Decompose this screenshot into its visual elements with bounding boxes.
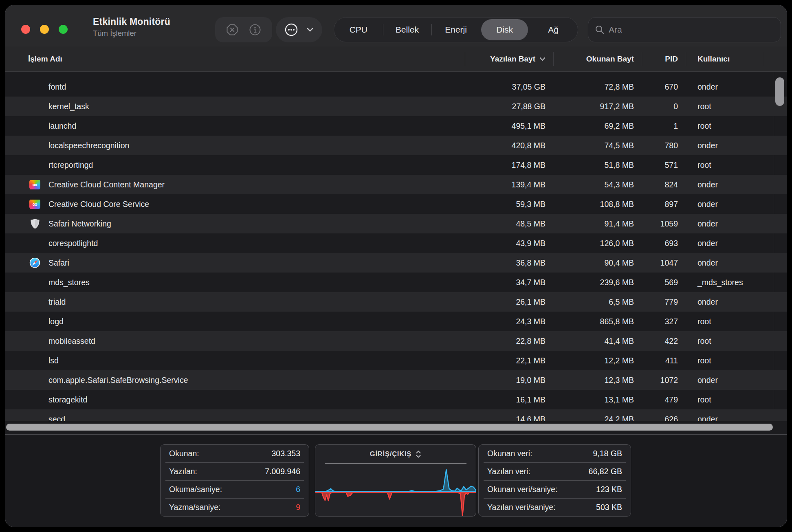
tab-enerji[interactable]: Enerji — [431, 18, 480, 42]
table-header: İşlem Adı Yazılan Bayt Okunan Bayt PID K… — [5, 46, 787, 72]
bytes-read-cell: 12,2 MB — [554, 356, 642, 365]
stat-label: Okunan veri/saniye: — [487, 485, 557, 494]
table-row[interactable]: rtcreportingd174,8 MB51,8 MB571root — [5, 155, 787, 175]
table-row[interactable]: corespotlightd43,9 MB126,0 MB693onder — [5, 233, 787, 253]
process-name-cell: mds_stores — [5, 278, 465, 287]
tab-label: Ağ — [548, 25, 559, 35]
pid-cell: 327 — [642, 317, 686, 326]
operations-stat-row: Okunan:303.353 — [165, 445, 304, 462]
scrollbar-gutter-line — [774, 72, 774, 421]
column-header-bytes-read[interactable]: Okunan Bayt — [554, 46, 642, 71]
process-name-cell: ∞Creative Cloud Core Service — [5, 200, 465, 209]
user-cell: onder — [686, 415, 764, 422]
bytes-written-cell: 22,1 MB — [465, 356, 554, 365]
footer-panel: Okunan:303.353Yazılan:7.009.946Okuma/san… — [5, 435, 787, 527]
bytes-read-cell: 12,3 MB — [554, 376, 642, 385]
user-cell: onder — [686, 297, 764, 307]
pid-cell: 626 — [642, 415, 686, 422]
table-row[interactable]: secd14,6 MB24,2 MB626onder — [5, 409, 787, 421]
pid-cell: 780 — [642, 141, 686, 150]
column-header-bytes-written[interactable]: Yazılan Bayt — [465, 46, 554, 71]
bytes-written-cell: 14,6 MB — [465, 415, 554, 422]
search-input[interactable] — [609, 25, 774, 35]
bytes-read-cell: 865,8 MB — [554, 317, 642, 326]
sort-descending-icon — [539, 57, 546, 61]
user-cell: root — [686, 336, 764, 346]
table-row[interactable]: ∞Creative Cloud Core Service59,3 MB108,8… — [5, 194, 787, 214]
io-chart-header[interactable]: GİRİŞ/ÇIKIŞ — [325, 445, 466, 464]
bytes-written-cell: 16,1 MB — [465, 395, 554, 404]
pid-cell: 1072 — [642, 376, 686, 385]
search-field[interactable] — [588, 17, 781, 42]
user-cell: root — [686, 121, 764, 131]
table-row[interactable]: com.apple.Safari.SafeBrowsing.Service19,… — [5, 370, 787, 390]
bytes-read-cell: 239,6 MB — [554, 278, 642, 287]
pid-cell: 670 — [642, 82, 686, 92]
table-row[interactable]: fontd37,05 GB72,8 MB670onder — [5, 77, 787, 97]
inspect-process-button[interactable] — [249, 24, 261, 36]
close-window-button[interactable] — [21, 25, 30, 34]
column-header-user[interactable]: Kullanıcı — [686, 46, 764, 71]
horizontal-scrollbar-thumb[interactable] — [6, 424, 773, 431]
column-header-pid[interactable]: PID — [642, 46, 686, 71]
bytes-read-cell: 51,8 MB — [554, 160, 642, 170]
stat-value: 7.009.946 — [265, 467, 300, 476]
stat-label: Yazılan: — [169, 467, 197, 476]
user-cell: onder — [686, 376, 764, 385]
table-row[interactable]: launchd495,1 MB69,2 MB1root — [5, 116, 787, 136]
user-cell: onder — [686, 141, 764, 150]
vertical-scrollbar-thumb[interactable] — [775, 77, 784, 106]
tab-bellek[interactable]: Bellek — [383, 18, 432, 42]
bytes-written-cell: 22,8 MB — [465, 336, 554, 346]
info-circle-icon — [249, 24, 261, 36]
tab-divider — [431, 24, 432, 35]
minimize-window-button[interactable] — [40, 25, 49, 34]
safari-icon — [29, 258, 40, 268]
stat-label: Okunan: — [169, 449, 199, 458]
bytes-read-cell: 90,4 MB — [554, 258, 642, 268]
column-header-process-name[interactable]: İşlem Adı — [5, 46, 465, 71]
window-title: Etkinlik Monitörü — [93, 16, 170, 27]
process-name-cell: fontd — [5, 82, 465, 92]
bytes-read-cell: 108,8 MB — [554, 200, 642, 209]
user-cell: root — [686, 356, 764, 365]
process-name-cell: storagekitd — [5, 395, 465, 404]
user-cell: onder — [686, 258, 764, 268]
chevron-down-icon — [306, 27, 314, 32]
creative-cloud-icon: ∞ — [29, 200, 40, 209]
table-row[interactable]: triald26,1 MB6,5 MB779onder — [5, 292, 787, 312]
tab-ağ[interactable]: Ağ — [529, 18, 578, 42]
process-name-cell: corespotlightd — [5, 239, 465, 248]
table-row[interactable]: mds_stores34,7 MB239,6 MB569_mds_stores — [5, 273, 787, 292]
user-cell: onder — [686, 200, 764, 209]
bytes-written-cell: 43,9 MB — [465, 239, 554, 248]
tab-divider — [383, 24, 383, 35]
user-cell: root — [686, 395, 764, 404]
quit-process-button[interactable] — [226, 24, 238, 36]
table-row[interactable]: Safari36,8 MB90,4 MB1047onder — [5, 253, 787, 273]
table-row[interactable]: Safari Networking48,5 MB91,4 MB1059onder — [5, 214, 787, 233]
bytes-written-cell: 48,5 MB — [465, 219, 554, 229]
table-row[interactable]: ∞Creative Cloud Content Manager139,4 MB5… — [5, 175, 787, 194]
process-name: triald — [48, 297, 66, 306]
stat-label: Okunan veri: — [487, 449, 532, 458]
table-row[interactable]: kernel_task27,88 GB917,2 MB0root — [5, 97, 787, 116]
table-row[interactable]: storagekitd16,1 MB13,1 MB479root — [5, 390, 787, 409]
table-row[interactable]: mobileassetd22,8 MB41,4 MB422root — [5, 331, 787, 351]
process-name: storagekitd — [48, 395, 87, 404]
zoom-window-button[interactable] — [59, 25, 68, 34]
data-stat-row: Okunan veri:9,18 GB — [484, 445, 626, 462]
tab-disk[interactable]: Disk — [480, 18, 529, 42]
table-row[interactable]: logd24,3 MB865,8 MB327root — [5, 312, 787, 331]
stat-value: 9 — [296, 503, 300, 512]
data-stat-row: Yazılan veri/saniye:503 KB — [484, 498, 626, 516]
pid-cell: 897 — [642, 200, 686, 209]
user-cell: root — [686, 160, 764, 170]
stat-label: Yazma/saniye: — [169, 503, 220, 512]
table-row[interactable]: localspeechrecognition420,8 MB74,5 MB780… — [5, 136, 787, 155]
process-name: Creative Cloud Content Manager — [48, 180, 165, 189]
tab-cpu[interactable]: CPU — [334, 18, 383, 42]
more-actions-group[interactable] — [276, 17, 322, 42]
bytes-read-cell: 74,5 MB — [554, 141, 642, 150]
table-row[interactable]: lsd22,1 MB12,2 MB411root — [5, 351, 787, 370]
